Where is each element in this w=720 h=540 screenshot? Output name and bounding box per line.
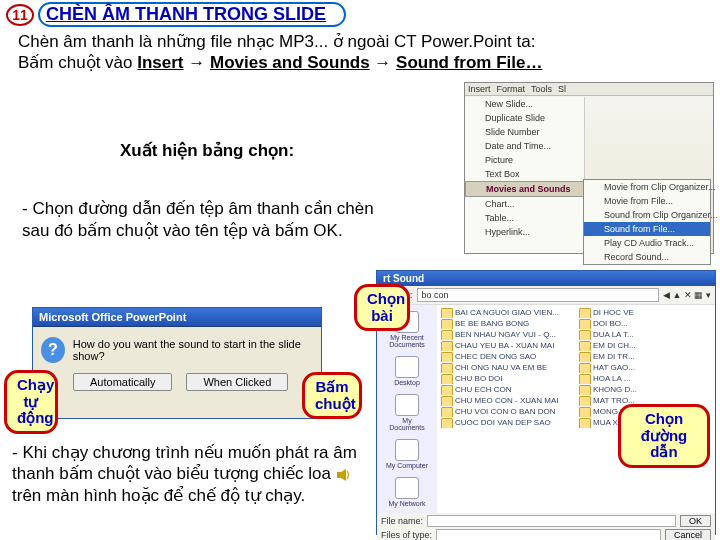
insert-menu-screenshot: Insert Format Tools Sl New Slide... Dupl… [464, 82, 714, 254]
section-number: 11 [6, 4, 34, 26]
places-desktop[interactable]: Desktop [385, 356, 429, 386]
sound-start-dialog: Microsoft Office PowerPoint ? How do you… [32, 307, 322, 419]
file-item[interactable]: CHEC DEN ONG SAO [441, 351, 573, 362]
submenu-item[interactable]: Record Sound... [584, 250, 710, 264]
menubar-slideshow: Sl [558, 84, 566, 94]
callout-auto-run: Chạy tự động [4, 370, 58, 434]
bottom-instruction: - Khi chạy chương trình nếu muốn phát ra… [12, 442, 372, 506]
path-instruction: - Chọn đường dẫn đến tệp âm thanh cần ch… [22, 198, 392, 242]
section-title: CHÈN ÂM THANH TRONG SLIDE [38, 2, 346, 27]
file-item[interactable]: DI HOC VE [579, 307, 711, 318]
ok-button[interactable]: OK [680, 515, 711, 527]
intro-text: Chèn âm thanh là những file nhạc MP3... … [0, 29, 720, 76]
file-item[interactable]: CHU VOI CON O BAN DON [441, 406, 573, 417]
file-item[interactable]: CUOC DOI VAN DEP SAO [441, 417, 573, 428]
toolbar-icons[interactable]: ◀ ▲ ✕ ▦ ▾ [663, 290, 711, 300]
menu-item[interactable]: New Slide... [465, 97, 584, 111]
menu-item[interactable]: Picture [465, 153, 584, 167]
svg-rect-0 [337, 472, 341, 478]
callout-click: Bấm chuột [302, 372, 362, 419]
submenu-item[interactable]: Movie from Clip Organizer... [584, 180, 710, 194]
file-item[interactable]: CHU BO DOI [441, 373, 573, 384]
cancel-button[interactable]: Cancel [665, 529, 711, 540]
places-computer[interactable]: My Computer [385, 439, 429, 469]
menu-item-movies-sounds[interactable]: Movies and Sounds [465, 181, 584, 197]
file-item[interactable]: EM DI CH... [579, 340, 711, 351]
callout-choose-song: Chọn bài [354, 284, 410, 331]
places-documents[interactable]: My Documents [385, 394, 429, 431]
appear-label: Xuất hiện bảng chọn: [120, 140, 294, 161]
file-item[interactable]: BAI CA NGUOI GIAO VIEN... [441, 307, 573, 318]
file-dialog-title: rt Sound [377, 271, 715, 286]
file-item[interactable]: BE BE BANG BONG [441, 318, 573, 329]
dialog-title: Microsoft Office PowerPoint [33, 308, 321, 327]
automatically-button[interactable]: Automatically [73, 373, 172, 391]
menu-item[interactable]: Duplicate Slide [465, 111, 584, 125]
file-item[interactable]: KHONG D... [579, 384, 711, 395]
file-item[interactable]: CHI ONG NAU VA EM BE [441, 362, 573, 373]
menu-item[interactable]: Table... [465, 211, 584, 225]
svg-marker-1 [341, 469, 346, 481]
file-item[interactable]: HAT GAO... [579, 362, 711, 373]
file-item[interactable]: BEN NHAU NGAY VUI - Q... [441, 329, 573, 340]
dialog-message: How do you want the sound to start in th… [73, 338, 313, 362]
menubar-tools: Tools [531, 84, 552, 94]
filetype-label: Files of type: [381, 530, 432, 540]
intro-line2: Bấm chuột vào Insert → Movies and Sounds… [18, 52, 702, 73]
submenu-sound-from-file[interactable]: Sound from File... [584, 222, 710, 236]
submenu-item[interactable]: Sound from Clip Organizer... [584, 208, 710, 222]
file-item[interactable]: EM DI TR... [579, 351, 711, 362]
filetype-input[interactable] [436, 529, 661, 540]
places-network[interactable]: My Network [385, 477, 429, 507]
filename-label: File name: [381, 516, 423, 526]
menubar-insert: Insert [468, 84, 491, 94]
submenu-item[interactable]: Play CD Audio Track... [584, 236, 710, 250]
menu-item[interactable]: Chart... [465, 197, 584, 211]
file-item[interactable]: CHU MEO CON - XUAN MAI [441, 395, 573, 406]
menu-item[interactable]: Slide Number [465, 125, 584, 139]
speaker-icon [336, 467, 352, 483]
insert-sound-file-dialog: rt Sound Look in: bo con ◀ ▲ ✕ ▦ ▾ My Re… [376, 270, 716, 535]
intro-line1: Chèn âm thanh là những file nhạc MP3... … [18, 31, 702, 52]
menu-item[interactable]: Date and Time... [465, 139, 584, 153]
menu-item[interactable]: Hyperlink... [465, 225, 584, 239]
file-item[interactable]: DOI BO... [579, 318, 711, 329]
file-item[interactable]: DUA LA T... [579, 329, 711, 340]
file-item[interactable]: CHAU YEU BA - XUAN MAI [441, 340, 573, 351]
menubar-format: Format [497, 84, 526, 94]
file-item[interactable]: HOA LA ... [579, 373, 711, 384]
when-clicked-button[interactable]: When Clicked [186, 373, 288, 391]
menu-item[interactable]: Text Box [465, 167, 584, 181]
filename-input[interactable] [427, 515, 676, 527]
submenu-item[interactable]: Movie from File... [584, 194, 710, 208]
file-item[interactable]: CHU ECH CON [441, 384, 573, 395]
callout-choose-path: Chọn đường dẫn [618, 404, 710, 468]
question-icon: ? [41, 337, 65, 363]
lookin-dropdown[interactable]: bo con [417, 288, 660, 302]
